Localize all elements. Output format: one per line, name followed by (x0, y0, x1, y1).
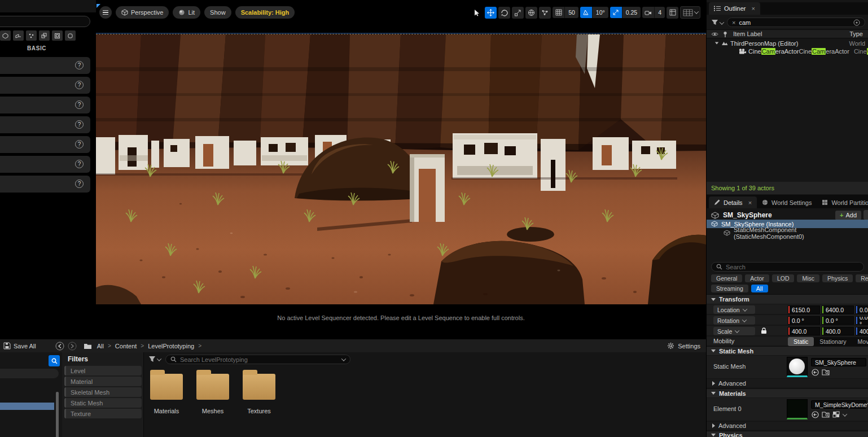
category-physics[interactable]: Physics (822, 274, 853, 282)
place-actor-item[interactable]: ? (0, 156, 90, 173)
folder-meshes[interactable]: Meshes (195, 368, 231, 414)
place-actor-item[interactable]: ? (0, 57, 90, 74)
outliner-row-cinecamera[interactable]: CineCameraActor CineCameraActor CineCa (707, 47, 868, 55)
scale-x-field[interactable]: 400.0 (788, 327, 820, 335)
close-icon[interactable]: × (748, 199, 752, 206)
breadcrumb-root[interactable]: All (97, 343, 104, 349)
category-streaming[interactable]: Streaming (711, 285, 748, 292)
filter-texture[interactable]: Texture (64, 409, 142, 418)
clipped-button[interactable] (863, 210, 868, 220)
rotate-tool-button[interactable] (498, 7, 510, 19)
cinematic-category-icon[interactable] (52, 30, 63, 41)
basic-category-icon[interactable] (13, 30, 24, 41)
scale-tool-button[interactable] (512, 7, 524, 19)
sources-path-bar[interactable] (0, 369, 59, 378)
browse-to-asset-icon[interactable] (822, 411, 830, 418)
mobility-movable[interactable]: Movable (852, 337, 868, 346)
filter-static-mesh[interactable]: Static Mesh (64, 398, 142, 408)
folder-materials[interactable]: Materials (148, 368, 185, 414)
tab-details[interactable]: Details × (709, 196, 757, 208)
rotation-z-field[interactable]: 0.0 ° (856, 316, 868, 325)
lights-category-icon[interactable] (26, 30, 37, 41)
use-selected-asset-icon[interactable] (812, 411, 819, 418)
scalability-warning-button[interactable]: Scalability: High (235, 6, 295, 19)
tab-world-partition[interactable]: World Partition (817, 196, 868, 208)
viewport-scene[interactable] (96, 34, 706, 304)
materials-advanced-row[interactable]: Advanced (707, 422, 868, 430)
mesh-thumbnail[interactable] (787, 357, 808, 377)
folder-icon[interactable] (84, 343, 92, 349)
shapes-category-icon[interactable] (39, 30, 50, 41)
material-thumbnail[interactable] (787, 399, 808, 419)
settings-button[interactable]: Settings (667, 342, 700, 349)
browse-to-asset-icon[interactable] (822, 369, 830, 375)
move-tool-button[interactable] (485, 7, 497, 19)
eye-icon[interactable] (711, 32, 718, 37)
place-actor-item[interactable]: ? (0, 77, 90, 94)
column-item-label[interactable]: Item Label (733, 30, 762, 37)
scale-dropdown[interactable]: Scale (713, 327, 755, 335)
asset-search-input[interactable]: Search LevelPrototyping (165, 355, 350, 364)
volumes-category-icon[interactable] (65, 30, 76, 41)
level-viewport[interactable]: Perspective Lit Show Scalability: High (96, 0, 706, 339)
rotation-x-field[interactable]: 0.0 ° (788, 316, 820, 325)
scale-y-field[interactable]: 400.0 (822, 327, 854, 335)
location-x-field[interactable]: 6150.0 (788, 305, 820, 314)
details-search-input[interactable]: Search (711, 262, 864, 272)
outliner-search-input[interactable]: × cam (727, 18, 865, 27)
breadcrumb-levelprototyping[interactable]: LevelPrototyping (148, 343, 194, 349)
chevron-down-icon[interactable] (843, 412, 847, 416)
show-dropdown[interactable]: Show (204, 6, 231, 19)
filter-skeletal-mesh[interactable]: Skeletal Mesh (64, 387, 142, 397)
filter-level[interactable]: Level (64, 366, 142, 375)
add-component-button[interactable]: + Add (835, 211, 861, 220)
expand-arrow-icon[interactable] (715, 42, 718, 45)
tab-outliner[interactable]: Outliner × (709, 2, 760, 15)
section-physics[interactable]: Physics (707, 431, 868, 437)
search-toggle-button[interactable] (49, 355, 60, 366)
static-mesh-asset-dropdown[interactable]: SM_SkySphere (811, 358, 866, 366)
grid-snap-control[interactable]: 50 (553, 7, 578, 18)
section-materials[interactable]: Materials (707, 388, 868, 397)
filter-material[interactable]: Material (64, 377, 142, 386)
place-actor-item[interactable]: ? (0, 136, 90, 153)
save-all-button[interactable]: Save All (14, 343, 36, 349)
select-tool-button[interactable] (471, 7, 483, 19)
surface-snap-button[interactable] (539, 7, 551, 19)
pin-icon[interactable] (723, 31, 727, 37)
camera-speed-control[interactable]: 4 (642, 7, 665, 18)
close-icon[interactable]: × (752, 5, 755, 12)
chevron-down-icon[interactable] (157, 356, 161, 361)
search-options-icon[interactable] (853, 19, 860, 26)
folder-textures[interactable]: Textures (241, 368, 277, 414)
location-dropdown[interactable]: Location (713, 305, 755, 314)
place-actor-item[interactable]: ? (0, 176, 90, 193)
scale-snap-control[interactable]: 0.25 (610, 7, 641, 18)
mobility-static[interactable]: Static (788, 337, 814, 346)
category-rendering[interactable]: Rendering (856, 274, 868, 282)
recently-placed-icon[interactable] (0, 30, 11, 41)
view-mode-dropdown[interactable]: Lit (173, 6, 200, 19)
outliner-row-map[interactable]: ThirdPersonMap (Editor) World (707, 40, 868, 47)
breadcrumb-content[interactable]: Content (115, 343, 137, 349)
material-options-icon[interactable] (832, 411, 840, 418)
lock-icon[interactable] (761, 327, 767, 334)
world-local-toggle-button[interactable] (525, 7, 537, 19)
perspective-dropdown[interactable]: Perspective (116, 6, 169, 19)
place-actors-search-input[interactable] (0, 16, 90, 27)
location-y-field[interactable]: 6400.0 (822, 305, 854, 314)
location-z-field[interactable]: 0.0 (856, 305, 868, 314)
category-lod[interactable]: LOD (772, 274, 795, 282)
category-misc[interactable]: Misc (797, 274, 819, 282)
back-arrow-icon[interactable] (55, 342, 64, 351)
category-general[interactable]: General (711, 274, 742, 282)
section-static-mesh[interactable]: Static Mesh (707, 346, 868, 355)
chevron-down-icon[interactable] (720, 20, 724, 24)
place-actor-item[interactable]: ? (0, 116, 90, 133)
rotation-snap-control[interactable]: 10° (580, 7, 608, 18)
clear-search-icon[interactable]: × (732, 19, 735, 26)
forward-arrow-icon[interactable] (68, 342, 77, 351)
sources-scrollbar[interactable] (56, 392, 59, 437)
rotation-dropdown[interactable]: Rotation (713, 316, 755, 325)
rotation-y-field[interactable]: 0.0 ° (822, 316, 854, 325)
